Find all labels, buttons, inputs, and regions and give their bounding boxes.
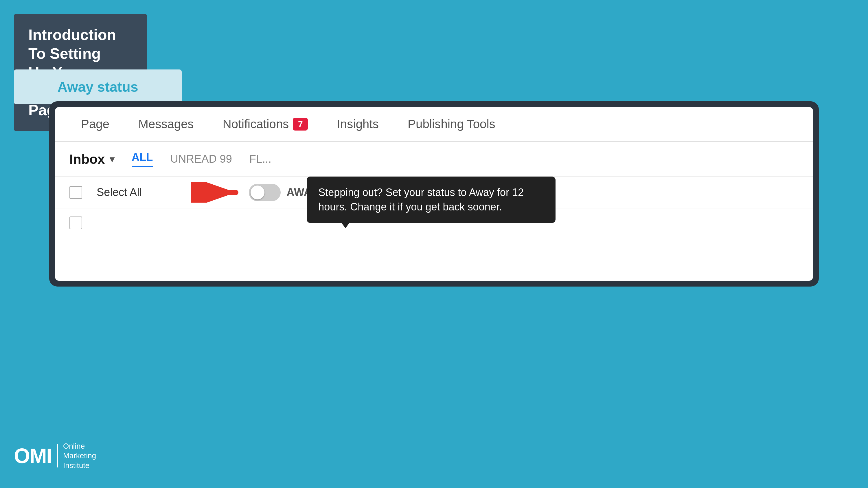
- omi-letters: OMI: [14, 446, 52, 466]
- row-checkbox[interactable]: [69, 216, 82, 229]
- inbox-tab-all[interactable]: ALL: [132, 151, 153, 167]
- select-all-checkbox[interactable]: [69, 186, 82, 199]
- away-status-button[interactable]: Away status: [14, 69, 182, 104]
- inbox-tab-unread[interactable]: UNREAD 99: [170, 153, 232, 165]
- omi-tagline: Online Marketing Institute: [63, 441, 96, 470]
- away-toggle[interactable]: [249, 184, 281, 201]
- inbox-tab-flagged[interactable]: FL...: [249, 153, 271, 165]
- notification-badge: 7: [293, 118, 308, 130]
- tab-publishing-tools[interactable]: Publishing Tools: [393, 107, 510, 142]
- arrow-icon: [191, 182, 243, 203]
- tab-insights[interactable]: Insights: [322, 107, 393, 142]
- tab-page[interactable]: Page: [66, 107, 124, 142]
- select-all-row: Select All AWAY: [55, 177, 813, 208]
- select-all-label: Select All: [97, 186, 142, 199]
- inbox-chevron-icon[interactable]: ▾: [110, 154, 114, 165]
- inbox-bar: Inbox ▾ ALL UNREAD 99 FL...: [55, 142, 813, 177]
- inbox-label: Inbox ▾: [69, 151, 114, 167]
- omi-logo: OMI Online Marketing Institute: [14, 441, 96, 470]
- tab-notifications[interactable]: Notifications 7: [208, 107, 322, 142]
- away-tooltip: Stepping out? Set your status to Away fo…: [307, 177, 556, 223]
- demo-inner: Page Messages Notifications 7 Insights P…: [55, 107, 813, 281]
- demo-window: Page Messages Notifications 7 Insights P…: [49, 101, 819, 286]
- arrow-container: AWAY Stepping out? Set your status to Aw…: [191, 182, 410, 203]
- omi-logo-divider: [57, 444, 58, 467]
- tab-messages[interactable]: Messages: [124, 107, 208, 142]
- toggle-knob: [251, 186, 265, 200]
- nav-tabs: Page Messages Notifications 7 Insights P…: [55, 107, 813, 142]
